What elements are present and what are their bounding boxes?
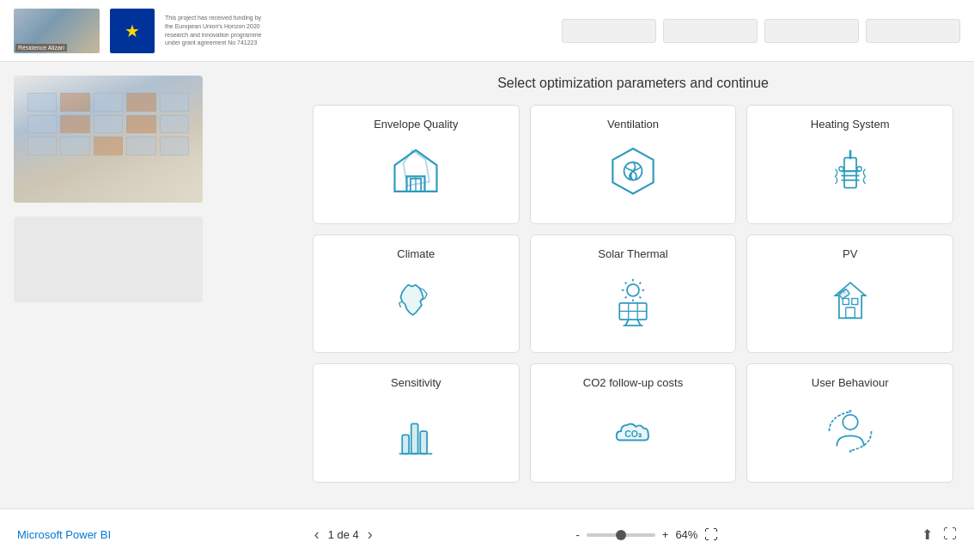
- logo-building: [14, 9, 100, 53]
- window: [160, 115, 189, 134]
- card-label-heating-system: Heating System: [811, 118, 890, 131]
- svg-line-25: [637, 320, 641, 326]
- powerbi-link[interactable]: Microsoft Power BI: [17, 528, 111, 541]
- svg-marker-39: [849, 411, 852, 414]
- window: [27, 115, 57, 134]
- card-sensitivity[interactable]: Sensitivity: [313, 363, 520, 483]
- nav-controls: ‹ 1 de 4 ›: [314, 526, 373, 544]
- top-bar-btn-2[interactable]: [663, 19, 758, 43]
- pv-icon: [820, 267, 880, 338]
- card-label-ventilation: Ventilation: [607, 118, 659, 131]
- card-heating-system[interactable]: Heating System: [746, 105, 953, 224]
- map-area: [14, 216, 203, 302]
- svg-point-11: [627, 284, 639, 296]
- svg-rect-32: [851, 299, 857, 305]
- window: [94, 93, 123, 112]
- svg-line-16: [639, 283, 641, 284]
- svg-line-24: [625, 320, 629, 326]
- card-user-behaviour[interactable]: User Behaviour: [746, 363, 953, 483]
- solar-thermal-icon: [603, 267, 663, 338]
- project-text: This project has received funding by the…: [165, 14, 268, 47]
- svg-text:CO₂: CO₂: [624, 429, 642, 439]
- zoom-minus[interactable]: -: [575, 528, 579, 541]
- svg-point-38: [843, 415, 858, 430]
- zoom-plus[interactable]: +: [662, 528, 669, 541]
- svg-line-17: [625, 297, 627, 299]
- window: [27, 93, 57, 112]
- cards-grid: Envelope Quality Ventilation: [313, 105, 953, 483]
- window: [60, 115, 89, 134]
- card-envelope-quality[interactable]: Envelope Quality: [313, 105, 520, 224]
- sensitivity-icon: [386, 396, 446, 466]
- svg-line-18: [639, 297, 641, 299]
- main-content: Select optimization parameters and conti…: [292, 62, 974, 508]
- card-label-envelope-quality: Envelope Quality: [374, 118, 458, 131]
- bottom-right-icons: ⬆ ⛶: [922, 527, 957, 543]
- card-label-solar-thermal: Solar Thermal: [598, 247, 667, 260]
- user-behaviour-icon: [820, 396, 880, 466]
- top-bar-btn-3[interactable]: [764, 19, 859, 43]
- zoom-controls: - + 64% ⛶: [575, 527, 718, 543]
- fullscreen-icon[interactable]: ⛶: [943, 527, 957, 543]
- left-panel: [0, 62, 292, 508]
- bottom-bar: Microsoft Power BI ‹ 1 de 4 › - + 64% ⛶ …: [0, 508, 974, 560]
- card-co2[interactable]: CO2 follow-up costs CO₂: [530, 363, 737, 483]
- ventilation-icon: [603, 137, 663, 208]
- window: [60, 93, 89, 112]
- window: [160, 137, 189, 155]
- window: [126, 137, 155, 155]
- window: [126, 115, 155, 134]
- card-climate[interactable]: Climate: [313, 234, 520, 354]
- svg-rect-4: [844, 157, 856, 187]
- zoom-slider[interactable]: [587, 533, 655, 537]
- co2-icon: CO₂: [603, 396, 663, 466]
- card-label-co2: CO2 follow-up costs: [583, 376, 683, 389]
- card-label-sensitivity: Sensitivity: [391, 376, 441, 389]
- card-label-user-behaviour: User Behaviour: [812, 376, 889, 389]
- next-page-button[interactable]: ›: [368, 526, 373, 544]
- top-bar-btn-1[interactable]: [562, 19, 656, 43]
- page-indicator: 1 de 4: [328, 528, 359, 541]
- climate-icon: [386, 267, 446, 338]
- prev-page-button[interactable]: ‹: [314, 526, 320, 544]
- window: [60, 137, 89, 155]
- building-thumbnail: [14, 9, 100, 53]
- window: [160, 93, 189, 112]
- envelope-quality-icon: [386, 137, 446, 208]
- window: [94, 115, 123, 134]
- building-photo: [14, 76, 203, 203]
- svg-rect-30: [845, 307, 855, 318]
- zoom-level: 64%: [675, 528, 697, 541]
- svg-rect-34: [403, 435, 410, 454]
- svg-marker-40: [849, 449, 852, 453]
- top-bar-btn-4[interactable]: [866, 19, 960, 43]
- zoom-fit-icon[interactable]: ⛶: [704, 527, 718, 543]
- share-icon[interactable]: ⬆: [922, 527, 933, 543]
- window: [126, 93, 155, 112]
- svg-rect-35: [411, 423, 418, 453]
- window: [27, 137, 57, 155]
- card-ventilation[interactable]: Ventilation: [530, 105, 737, 224]
- heating-system-icon: [820, 137, 880, 208]
- building-windows: [14, 76, 203, 203]
- card-label-pv: PV: [843, 247, 857, 260]
- card-label-climate: Climate: [397, 247, 435, 260]
- window: [94, 137, 123, 155]
- top-bar-controls: [562, 19, 960, 43]
- top-bar: ★ This project has received funding by t…: [0, 0, 974, 62]
- card-solar-thermal[interactable]: Solar Thermal: [530, 234, 737, 354]
- eu-flag: ★: [110, 9, 155, 53]
- svg-line-19: [625, 283, 627, 284]
- page-title: Select optimization parameters and conti…: [313, 76, 953, 91]
- svg-rect-31: [843, 299, 849, 305]
- card-pv[interactable]: PV: [746, 234, 953, 354]
- svg-rect-36: [421, 431, 428, 453]
